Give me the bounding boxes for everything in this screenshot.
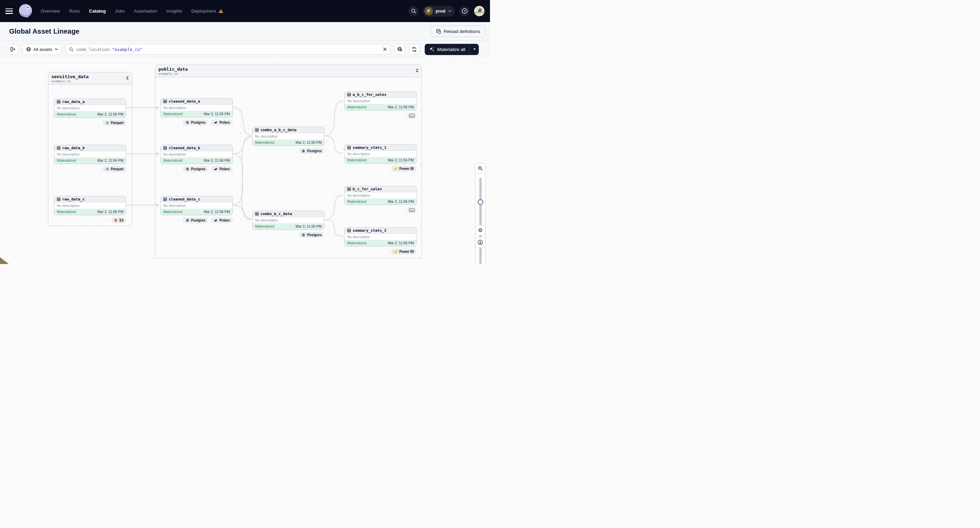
asset-node[interactable]: b_c_for_sales No description Materialize… — [344, 186, 417, 205]
materialization-timestamp[interactable]: Mar 2, 11:56 PM — [97, 159, 123, 162]
collapse-group-button[interactable] — [415, 67, 418, 74]
kind-badge-postgres[interactable]: Postgres — [183, 217, 208, 223]
graph-settings-button[interactable]: ⚙ — [475, 225, 485, 235]
asset-node[interactable]: combo_a_b_c_data No description Material… — [252, 127, 325, 146]
asset-node[interactable]: raw_data_a No description Materialized M… — [54, 98, 126, 117]
asset-node[interactable]: a_b_c_for_sales No description Materiali… — [344, 91, 417, 110]
asset-node[interactable]: cleaned_data_a No description Materializ… — [161, 98, 232, 117]
asset-scope-dropdown[interactable]: All assets — [22, 44, 62, 55]
kind-badge-label: Postgres — [191, 167, 206, 171]
reload-definitions-button[interactable]: Reload definitions — [431, 25, 485, 37]
kind-badge-parquet[interactable]: Parquet — [103, 166, 126, 172]
kind-badge-csv[interactable]: csv — [407, 207, 417, 213]
asset-group-header[interactable]: public_data example_co — [155, 65, 422, 77]
search-button[interactable] — [408, 6, 418, 16]
filter-globe-button[interactable] — [395, 44, 405, 55]
nav-item-catalog[interactable]: Catalog — [89, 8, 106, 14]
kind-badge-polars[interactable]: Polars — [211, 120, 232, 125]
asset-name: cleaned_data_b — [169, 146, 200, 150]
nav-item-runs[interactable]: Runs — [69, 8, 80, 14]
status-badge: Materialized — [255, 224, 274, 228]
postgres-icon — [302, 233, 305, 237]
materialization-timestamp[interactable]: Mar 2, 11:56 PM — [204, 209, 230, 214]
table-icon — [347, 146, 351, 149]
clear-search-button[interactable] — [383, 47, 387, 51]
asset-node-summary-stats-1: summary_stats_1 No description Materiali… — [344, 144, 417, 171]
materialization-timestamp[interactable]: Mar 2, 11:56 PM — [388, 200, 414, 203]
kind-badge-polars[interactable]: Polars — [211, 166, 232, 172]
materialization-timestamp[interactable]: Mar 2, 11:56 PM — [388, 158, 414, 162]
materialize-all-button[interactable]: Materialize all — [425, 46, 470, 52]
asset-badges: S3 — [54, 217, 126, 223]
open-panel-button[interactable] — [8, 44, 19, 55]
dagster-logo-icon[interactable] — [18, 3, 33, 19]
refresh-button[interactable] — [409, 44, 420, 55]
kind-badge-csv[interactable]: csv — [407, 113, 417, 119]
materialization-timestamp[interactable]: Mar 2, 11:56 PM — [204, 112, 230, 116]
asset-node[interactable]: cleaned_data_c No description Materializ… — [161, 196, 232, 215]
user-avatar[interactable] — [474, 6, 485, 16]
asset-badges: Power BI — [344, 166, 417, 171]
zoom-slider[interactable] — [476, 174, 485, 264]
table-icon — [255, 128, 259, 132]
kind-badge-label: Polars — [220, 219, 230, 222]
materialization-timestamp[interactable]: Mar 2, 11:56 PM — [204, 159, 230, 162]
search-query-value: "example_co" — [112, 47, 143, 52]
kind-badge-postgres[interactable]: Postgres — [183, 166, 208, 172]
asset-node-header: combo_a_b_c_data — [253, 127, 324, 133]
menu-icon[interactable] — [5, 8, 13, 14]
materialization-timestamp[interactable]: Mar 2, 11:56 PM — [97, 209, 123, 214]
download-graph-button[interactable] — [475, 237, 485, 248]
refresh-icon — [412, 47, 417, 52]
csv-icon: csv — [409, 114, 415, 117]
asset-node[interactable]: combo_b_c_data No description Materializ… — [252, 211, 325, 230]
asset-node[interactable]: raw_data_c No description Materialized M… — [54, 196, 126, 215]
download-icon — [477, 239, 483, 245]
asset-group-header[interactable]: sensitive_data example_co — [48, 72, 132, 85]
asset-status-row: Materialized Mar 2, 11:56 PM — [345, 240, 416, 246]
asset-node[interactable]: raw_data_b No description Materialized M… — [54, 145, 126, 164]
materialize-options-button[interactable] — [469, 44, 479, 55]
collapse-group-button[interactable] — [126, 74, 129, 81]
kind-badge-polars[interactable]: Polars — [211, 217, 232, 223]
materialization-timestamp[interactable]: Mar 2, 11:56 PM — [97, 112, 123, 116]
lineage-canvas[interactable]: sensitive_data example_co public_data ex… — [0, 58, 490, 264]
status-badge: Materialized — [163, 159, 183, 162]
asset-node[interactable]: cleaned_data_b No description Materializ… — [161, 145, 232, 164]
help-icon: ? — [462, 8, 468, 14]
kind-badge-parquet[interactable]: Parquet — [103, 120, 126, 126]
nav-item-insights[interactable]: Insights — [166, 8, 182, 14]
zoom-slider-track[interactable] — [479, 178, 482, 264]
search-input[interactable]: code_location:"example_co" — [65, 44, 391, 55]
kind-badge-postgres[interactable]: Postgres — [299, 148, 325, 154]
kind-badge-s3[interactable]: S3 — [111, 217, 126, 223]
nav-item-automation[interactable]: Automation — [134, 8, 157, 14]
zoom-slider-thumb[interactable] — [477, 200, 483, 205]
kind-badge-label: Postgres — [191, 121, 206, 124]
kind-badge-postgres[interactable]: Postgres — [299, 232, 325, 238]
kind-badge-postgres[interactable]: Postgres — [183, 120, 208, 125]
asset-name: summary_stats_2 — [353, 228, 386, 233]
materialization-timestamp[interactable]: Mar 2, 11:56 PM — [296, 140, 322, 144]
nav-item-deployment[interactable]: Deployment — [191, 8, 223, 14]
zoom-in-button[interactable] — [476, 163, 485, 174]
materialization-timestamp[interactable]: Mar 2, 11:56 PM — [388, 105, 414, 109]
asset-badges: csv — [344, 207, 417, 213]
kind-badge-label: S3 — [119, 219, 123, 222]
nav-item-jobs[interactable]: Jobs — [115, 8, 125, 14]
search-icon — [411, 8, 416, 14]
kind-badge-powerbi[interactable]: Power BI — [391, 166, 417, 171]
asset-group-titles: sensitive_data example_co — [51, 74, 89, 83]
materialization-timestamp[interactable]: Mar 2, 11:56 PM — [296, 224, 322, 228]
help-button[interactable]: ? — [460, 6, 469, 16]
deployment-switcher[interactable]: P prod — [423, 6, 455, 17]
parquet-icon — [105, 167, 109, 171]
materialization-timestamp[interactable]: Mar 2, 11:56 PM — [388, 241, 414, 245]
status-badge: Materialized — [347, 241, 367, 245]
asset-node[interactable]: summary_stats_1 No description Materiali… — [344, 144, 417, 163]
asset-description: No description — [161, 151, 232, 157]
asset-node-header: raw_data_b — [54, 145, 126, 151]
nav-item-overview[interactable]: Overview — [41, 8, 60, 14]
asset-node[interactable]: summary_stats_2 No description Materiali… — [344, 227, 417, 246]
kind-badge-powerbi[interactable]: Power BI — [391, 249, 417, 254]
